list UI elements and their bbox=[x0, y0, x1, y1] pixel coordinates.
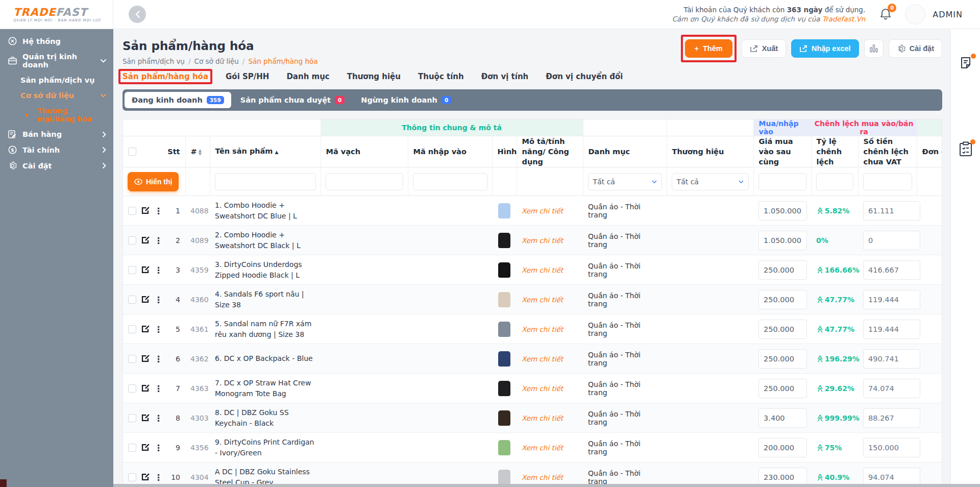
view-detail-link[interactable]: Xem chi tiết bbox=[522, 384, 563, 393]
edit-icon[interactable] bbox=[141, 354, 150, 363]
edit-icon[interactable] bbox=[141, 384, 150, 393]
edit-icon[interactable] bbox=[141, 236, 150, 245]
product-thumbnail[interactable] bbox=[498, 203, 510, 218]
col-id[interactable]: #▲▼ bbox=[185, 136, 210, 167]
more-actions-icon[interactable]: ⋮ bbox=[154, 413, 163, 423]
status-tab-chua-duyet[interactable]: Sản phẩm chưa duyệt0 bbox=[233, 92, 352, 108]
back-button[interactable] bbox=[129, 6, 146, 23]
tab-danh-muc[interactable]: Danh mục bbox=[286, 72, 329, 81]
product-name[interactable]: 3. DirtyCoins Underdogs Zipped Hoodie Bl… bbox=[215, 259, 315, 281]
tab-thuoc-tinh[interactable]: Thuộc tính bbox=[418, 72, 464, 81]
buy-price-input[interactable] bbox=[758, 290, 807, 309]
col-diff-pct[interactable]: Tỷ lệ chênh lệch bbox=[811, 136, 858, 167]
diff-amount-input[interactable] bbox=[863, 290, 920, 309]
product-thumbnail[interactable] bbox=[498, 233, 510, 248]
diff-amount-input[interactable] bbox=[863, 379, 920, 398]
edit-icon[interactable] bbox=[141, 443, 150, 452]
diff-amount-input[interactable] bbox=[863, 231, 920, 250]
show-button[interactable]: Hiển thị bbox=[128, 172, 179, 191]
view-detail-link[interactable]: Xem chi tiết bbox=[522, 414, 563, 422]
sidebar-item-ban-hang[interactable]: Bán hàng bbox=[0, 127, 113, 142]
export-button[interactable]: Xuất bbox=[742, 39, 786, 58]
row-checkbox[interactable] bbox=[128, 296, 136, 304]
product-thumbnail[interactable] bbox=[498, 322, 510, 337]
edit-icon[interactable] bbox=[141, 473, 150, 481]
notification-bell[interactable]: 0 bbox=[879, 8, 892, 21]
row-checkbox[interactable] bbox=[128, 325, 136, 333]
status-tab-dang-kinh-doanh[interactable]: Đang kinh doanh359 bbox=[125, 92, 231, 108]
edit-icon[interactable] bbox=[141, 413, 150, 422]
col-category[interactable]: Danh mục bbox=[583, 136, 667, 167]
edit-icon[interactable] bbox=[141, 206, 150, 215]
product-thumbnail[interactable] bbox=[498, 292, 510, 307]
edit-icon[interactable] bbox=[141, 295, 150, 304]
more-actions-icon[interactable]: ⋮ bbox=[154, 206, 163, 216]
status-tab-ngung-kinh-doanh[interactable]: Ngừng kinh doanh0 bbox=[354, 92, 458, 108]
user-name[interactable]: ADMIN bbox=[933, 10, 963, 19]
account-brand-link[interactable]: Tradefast.Vn bbox=[822, 15, 865, 23]
row-checkbox[interactable] bbox=[128, 384, 136, 393]
row-checkbox[interactable] bbox=[128, 444, 136, 452]
edit-icon[interactable] bbox=[141, 265, 150, 274]
sidebar-item-tai-chinh[interactable]: $ Tài chính bbox=[0, 142, 113, 158]
col-name[interactable]: Tên sản phẩm▲ bbox=[210, 136, 321, 167]
col-last-buy-price[interactable]: Giá mua vào sau cùng bbox=[753, 136, 811, 167]
row-checkbox[interactable] bbox=[128, 207, 136, 215]
view-detail-link[interactable]: Xem chi tiết bbox=[522, 325, 563, 333]
diff-amount-input[interactable] bbox=[863, 201, 920, 221]
filter-import-code-input[interactable] bbox=[413, 173, 487, 190]
product-thumbnail[interactable] bbox=[498, 440, 510, 455]
view-detail-link[interactable]: Xem chi tiết bbox=[522, 236, 563, 245]
diff-amount-input[interactable] bbox=[863, 320, 920, 339]
product-name[interactable]: 1. Combo Hoodie + Sweatshort DC Blue | L bbox=[215, 200, 315, 222]
diff-amount-input[interactable] bbox=[863, 408, 920, 428]
col-cut[interactable]: Đơn giá trước bbox=[917, 136, 942, 167]
product-thumbnail[interactable] bbox=[498, 351, 510, 367]
more-actions-icon[interactable]: ⋮ bbox=[154, 472, 163, 482]
view-detail-link[interactable]: Xem chi tiết bbox=[522, 444, 563, 452]
horizontal-scrollbar[interactable] bbox=[113, 484, 980, 487]
tasks-panel-button[interactable] bbox=[959, 141, 972, 157]
product-thumbnail[interactable] bbox=[498, 381, 510, 396]
view-detail-link[interactable]: Xem chi tiết bbox=[522, 355, 563, 363]
view-detail-link[interactable]: Xem chi tiết bbox=[522, 473, 563, 481]
row-checkbox[interactable] bbox=[128, 236, 136, 245]
buy-price-input[interactable] bbox=[758, 231, 807, 250]
more-actions-icon[interactable]: ⋮ bbox=[154, 354, 163, 364]
chart-button[interactable] bbox=[864, 39, 884, 58]
buy-price-input[interactable] bbox=[758, 379, 807, 398]
diff-amount-input[interactable] bbox=[863, 438, 920, 457]
breadcrumb-item[interactable]: Cơ sở dữ liệu bbox=[194, 57, 238, 65]
buy-price-input[interactable] bbox=[758, 408, 807, 428]
sidebar-item-he-thong[interactable]: Hệ thống bbox=[0, 33, 113, 49]
product-thumbnail[interactable] bbox=[498, 262, 510, 278]
diff-amount-input[interactable] bbox=[863, 260, 920, 280]
product-name[interactable]: 2. Combo Hoodie + Sweatshort DC Black | … bbox=[215, 230, 315, 251]
more-actions-icon[interactable]: ⋮ bbox=[154, 235, 163, 246]
product-name[interactable]: 6. DC x OP Backpack - Blue bbox=[215, 353, 315, 364]
product-name[interactable]: 9. DirtyCoins Print Cardigan - Ivory/Gre… bbox=[215, 437, 315, 458]
product-thumbnail[interactable] bbox=[498, 410, 510, 426]
sidebar-item-quan-tri-kinh-doanh[interactable]: Quản trị kinh doanh bbox=[0, 49, 113, 72]
row-checkbox[interactable] bbox=[128, 355, 136, 363]
product-name[interactable]: 4. Sandals F6 sport nâu | Size 38 bbox=[215, 289, 315, 310]
sidebar-item-co-so-du-lieu[interactable]: Cơ sở dữ liệu bbox=[0, 88, 113, 103]
buy-price-input[interactable] bbox=[758, 260, 807, 280]
tab-don-vi-tinh[interactable]: Đơn vị tính bbox=[481, 72, 529, 81]
diff-amount-input[interactable] bbox=[863, 349, 920, 369]
filter-category-select[interactable]: Tất cả bbox=[588, 173, 662, 190]
settings-button[interactable]: Cài đặt bbox=[889, 39, 942, 58]
product-name[interactable]: 5. Sandal nam nữ F7R xám rêu xanh dương … bbox=[215, 319, 315, 340]
select-all-checkbox[interactable] bbox=[128, 148, 136, 156]
buy-price-input[interactable] bbox=[758, 349, 807, 369]
filter-amount-input[interactable] bbox=[863, 173, 912, 190]
product-name[interactable]: 7. DC x OP Straw Hat Crew Monogram Tote … bbox=[215, 378, 315, 399]
more-actions-icon[interactable]: ⋮ bbox=[154, 383, 163, 394]
col-import-code[interactable]: Mã nhập vào bbox=[408, 136, 492, 167]
product-name[interactable]: 8. DC | DBZ Goku SS Keychain - Black bbox=[215, 407, 315, 429]
row-checkbox[interactable] bbox=[128, 473, 136, 481]
edit-icon[interactable] bbox=[141, 325, 150, 333]
row-checkbox[interactable] bbox=[128, 414, 136, 422]
filter-barcode-input[interactable] bbox=[326, 173, 403, 190]
tab-goi-sp-hh[interactable]: Gói SP/HH bbox=[226, 72, 269, 81]
